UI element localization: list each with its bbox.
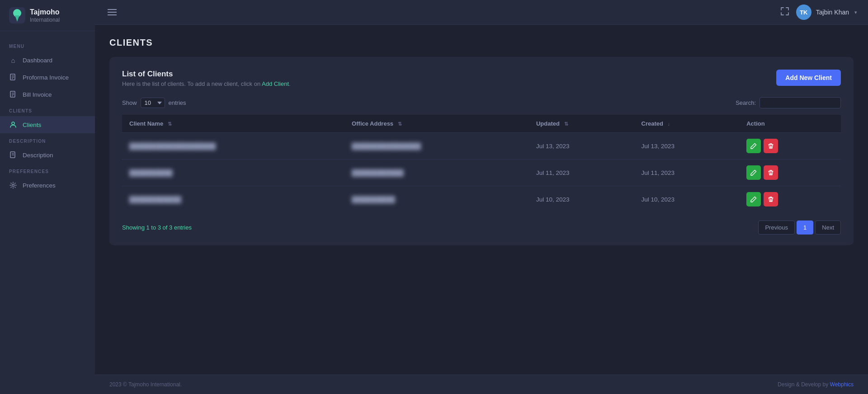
credit-link[interactable]: Webphics <box>830 381 854 388</box>
sort-icon-office-address: ⇅ <box>398 121 402 127</box>
page-title: CLIENTS <box>109 38 854 48</box>
logo-icon <box>9 7 25 23</box>
description-section-label: DESCRIPTION <box>0 133 95 146</box>
sidebar-item-proforma-invoice[interactable]: Proforma Invoice <box>0 69 95 86</box>
gear-icon <box>9 181 17 189</box>
sidebar-item-clients[interactable]: Clients <box>0 116 95 133</box>
sort-icon-created: ↓ <box>668 121 670 127</box>
action-buttons <box>746 192 834 206</box>
edit-button[interactable] <box>746 192 761 206</box>
entries-select[interactable]: 10 25 50 100 <box>141 98 165 108</box>
svg-point-12 <box>12 184 14 187</box>
delete-button[interactable] <box>764 165 778 180</box>
search-label: Search: <box>736 99 756 106</box>
previous-button[interactable]: Previous <box>758 220 795 235</box>
sidebar-item-dashboard[interactable]: ⌂ Dashboard <box>0 52 95 69</box>
entries-label: entries <box>169 99 186 106</box>
cell-office-address: ██████████ <box>344 186 529 213</box>
credit-prefix: Design & Develop by <box>778 381 830 388</box>
topbar-right: TK Tajbin Khan ▾ <box>781 5 857 20</box>
card-header: List of Clients Here is the list of clie… <box>122 70 841 87</box>
sidebar-item-label: Proforma Invoice <box>23 74 69 81</box>
cell-created: Jul 11, 2023 <box>634 159 740 186</box>
menu-section-label: MENU <box>0 38 95 52</box>
card-description: Here is the list of clients. To add a ne… <box>122 80 291 87</box>
chevron-down-icon: ▾ <box>854 9 857 15</box>
search-area: Search: <box>736 97 841 108</box>
sidebar-item-label: Bill Invoice <box>23 91 52 98</box>
sort-icon-client-name: ⇅ <box>168 121 172 127</box>
pagination: Previous 1 Next <box>758 220 841 235</box>
cell-created: Jul 13, 2023 <box>634 133 740 159</box>
copyright: 2023 © Tajmoho International. <box>109 381 182 388</box>
main-content: TK Tajbin Khan ▾ CLIENTS List of Clients… <box>95 0 868 394</box>
svg-point-8 <box>12 122 14 125</box>
home-icon: ⌂ <box>9 56 17 64</box>
user-menu[interactable]: TK Tajbin Khan ▾ <box>796 5 857 20</box>
content-area: CLIENTS List of Clients Here is the list… <box>95 25 868 375</box>
clients-icon <box>9 121 17 129</box>
cell-action <box>739 133 841 159</box>
table-row: ████████████████████ ████████████████ Ju… <box>122 133 841 159</box>
user-name: Tajbin Khan <box>816 9 849 16</box>
logo-text: Tajmoho International <box>30 8 60 23</box>
avatar: TK <box>796 5 811 20</box>
add-client-link[interactable]: Add Client <box>262 80 289 87</box>
bill-icon <box>9 90 17 98</box>
search-input[interactable] <box>760 97 841 108</box>
sidebar-item-label: Clients <box>23 122 41 128</box>
page-1-button[interactable]: 1 <box>797 220 813 235</box>
sidebar-item-bill-invoice[interactable]: Bill Invoice <box>0 86 95 103</box>
app-name: Tajmoho <box>30 8 60 16</box>
col-header-updated[interactable]: Updated ⇅ <box>529 115 634 133</box>
sort-icon-updated: ⇅ <box>564 121 568 127</box>
table-controls: Show 10 25 50 100 entries Search: <box>122 97 841 108</box>
cell-office-address: ████████████ <box>344 159 529 186</box>
next-button[interactable]: Next <box>815 220 841 235</box>
cell-action <box>739 186 841 213</box>
topbar-left <box>106 7 118 18</box>
show-label: Show <box>122 99 137 106</box>
cell-updated: Jul 13, 2023 <box>529 133 634 159</box>
col-header-client-name[interactable]: Client Name ⇅ <box>122 115 344 133</box>
card-title: List of Clients <box>122 70 291 79</box>
cell-office-address: ████████████████ <box>344 133 529 159</box>
add-new-client-button[interactable]: Add New Client <box>776 70 841 86</box>
card-desc-suffix: . <box>289 80 291 87</box>
delete-button[interactable] <box>764 139 778 153</box>
cell-action <box>739 159 841 186</box>
showing-text: Showing 1 to 3 of 3 entries <box>122 224 192 231</box>
edit-button[interactable] <box>746 165 761 180</box>
table-row: ██████████ ████████████ Jul 11, 2023 Jul… <box>122 159 841 186</box>
sidebar-logo: Tajmoho International <box>0 0 95 31</box>
app-subtitle: International <box>30 17 60 23</box>
card-header-text: List of Clients Here is the list of clie… <box>122 70 291 87</box>
sidebar-nav: MENU ⌂ Dashboard Proforma Invoice <box>0 31 95 394</box>
col-header-action: Action <box>739 115 841 133</box>
hamburger-button[interactable] <box>106 7 118 18</box>
footer: 2023 © Tajmoho International. Design & D… <box>95 375 868 394</box>
preferences-section-label: PREFERENCES <box>0 164 95 177</box>
fullscreen-button[interactable] <box>781 7 789 17</box>
edit-button[interactable] <box>746 139 761 153</box>
show-entries-control: Show 10 25 50 100 entries <box>122 98 186 108</box>
card-desc-prefix: Here is the list of clients. To add a ne… <box>122 80 262 87</box>
footer-credit: Design & Develop by Webphics <box>778 381 854 388</box>
clients-table: Client Name ⇅ Office Address ⇅ Updated ⇅… <box>122 115 841 212</box>
cell-client-name: ████████████ <box>122 186 344 213</box>
col-header-office-address[interactable]: Office Address ⇅ <box>344 115 529 133</box>
cell-client-name: ██████████ <box>122 159 344 186</box>
clients-section-label: CLIENTS <box>0 103 95 116</box>
action-buttons <box>746 139 834 153</box>
col-header-created[interactable]: Created ↓ <box>634 115 740 133</box>
sidebar-item-label: Preferences <box>23 182 56 189</box>
sidebar-item-description[interactable]: Description <box>0 146 95 164</box>
sidebar-item-label: Description <box>23 152 53 159</box>
cell-updated: Jul 10, 2023 <box>529 186 634 213</box>
action-buttons <box>746 165 834 180</box>
sidebar-item-preferences[interactable]: Preferences <box>0 177 95 194</box>
delete-button[interactable] <box>764 192 778 206</box>
topbar: TK Tajbin Khan ▾ <box>95 0 868 25</box>
sidebar-item-label: Dashboard <box>23 57 52 64</box>
clients-card: List of Clients Here is the list of clie… <box>109 57 854 245</box>
